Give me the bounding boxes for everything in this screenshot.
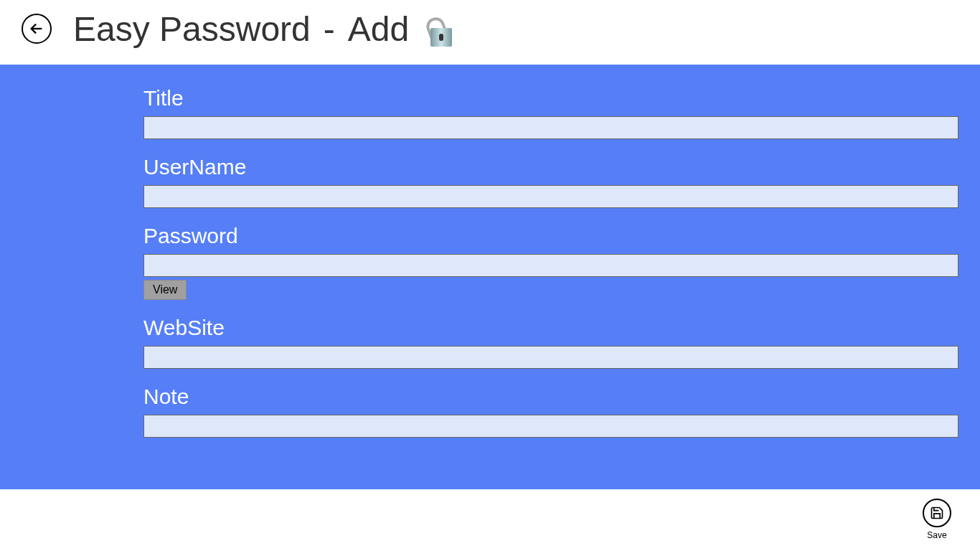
save-label: Save bbox=[927, 530, 946, 540]
page-title: Add bbox=[348, 9, 409, 49]
website-group: WebSite bbox=[143, 316, 958, 369]
main-content: Title UserName Password View WebSite Not… bbox=[0, 65, 980, 489]
website-input[interactable] bbox=[143, 346, 958, 369]
title-separator: - bbox=[324, 9, 335, 49]
password-group: Password View bbox=[143, 224, 958, 300]
arrow-left-icon bbox=[29, 21, 44, 37]
username-input[interactable] bbox=[143, 185, 958, 208]
unlocked-padlock-icon bbox=[423, 14, 458, 48]
back-button[interactable] bbox=[22, 14, 52, 44]
note-label: Note bbox=[143, 385, 958, 409]
website-label: WebSite bbox=[143, 316, 958, 340]
password-label: Password bbox=[143, 224, 958, 248]
app-header: Easy Password - Add bbox=[0, 0, 980, 65]
username-label: UserName bbox=[143, 155, 958, 179]
note-group: Note bbox=[143, 385, 958, 438]
save-button[interactable] bbox=[923, 499, 951, 527]
view-password-button[interactable]: View bbox=[143, 280, 187, 300]
form-container: Title UserName Password View WebSite Not… bbox=[143, 86, 958, 438]
note-input[interactable] bbox=[143, 415, 958, 438]
password-input[interactable] bbox=[143, 254, 958, 277]
bottom-actions: Save bbox=[923, 499, 951, 540]
save-icon bbox=[930, 506, 944, 520]
app-title: Easy Password bbox=[73, 9, 311, 49]
title-group: Title bbox=[143, 86, 958, 139]
title-input[interactable] bbox=[143, 116, 958, 139]
username-group: UserName bbox=[143, 155, 958, 208]
title-label: Title bbox=[143, 86, 958, 110]
